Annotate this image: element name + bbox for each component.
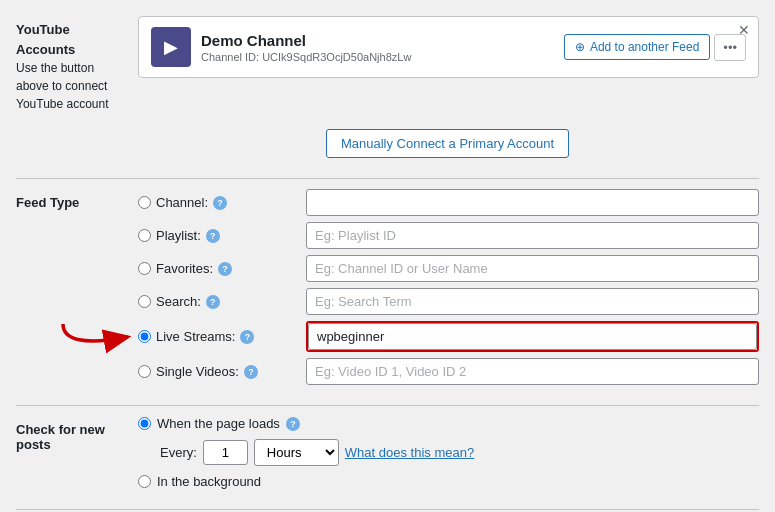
- every-label: Every:: [160, 445, 197, 460]
- search-help-icon[interactable]: ?: [206, 295, 220, 309]
- manual-connect-button[interactable]: Manually Connect a Primary Account: [326, 129, 569, 158]
- channel-option-label: Channel: ?: [138, 195, 298, 210]
- feed-type-content: Channel: ? Playlist: ? Favorites: ?: [138, 189, 759, 385]
- favorites-radio[interactable]: [138, 262, 151, 275]
- in-background-label[interactable]: In the background: [157, 474, 261, 489]
- when-page-loads-radio[interactable]: [138, 417, 151, 430]
- livestreams-radio[interactable]: [138, 330, 151, 343]
- in-background-row: In the background: [138, 474, 759, 489]
- account-card: ▶ Demo Channel Channel ID: UCIk9SqdR3Ocj…: [138, 16, 759, 78]
- singlevideos-label[interactable]: Single Videos:: [156, 364, 239, 379]
- divider-3: [16, 509, 759, 510]
- when-page-loads-row: When the page loads ?: [138, 416, 759, 431]
- playlist-label[interactable]: Playlist:: [156, 228, 201, 243]
- livestreams-input[interactable]: [308, 323, 757, 350]
- check-posts-content: When the page loads ? Every: Hours What …: [138, 416, 759, 489]
- feed-type-label: Feed Type: [16, 189, 126, 210]
- what-does-link[interactable]: What does this mean?: [345, 445, 474, 460]
- playlist-input[interactable]: [306, 222, 759, 249]
- close-button[interactable]: ✕: [738, 23, 750, 37]
- add-feed-label: Add to another Feed: [590, 40, 699, 54]
- search-input[interactable]: [306, 288, 759, 315]
- manual-connect-row: Manually Connect a Primary Account: [136, 129, 759, 158]
- channel-help-icon[interactable]: ?: [213, 196, 227, 210]
- channel-radio[interactable]: [138, 196, 151, 209]
- channel-input[interactable]: [306, 189, 759, 216]
- livestreams-label[interactable]: Live Streams:: [156, 329, 235, 344]
- add-icon: ⊕: [575, 40, 585, 54]
- every-row: Every: Hours What does this mean?: [160, 439, 759, 466]
- search-radio[interactable]: [138, 295, 151, 308]
- arrow-indicator: [58, 319, 138, 355]
- account-channel-id: Channel ID: UCIk9SqdR3OcjD50aNjh8zLw: [201, 51, 554, 63]
- favorites-input[interactable]: [306, 255, 759, 282]
- add-to-feed-button[interactable]: ⊕ Add to another Feed: [564, 34, 710, 60]
- favorites-help-icon[interactable]: ?: [218, 262, 232, 276]
- divider-2: [16, 405, 759, 406]
- livestreams-help-icon[interactable]: ?: [240, 330, 254, 344]
- account-thumbnail: ▶: [151, 27, 191, 67]
- account-info: Demo Channel Channel ID: UCIk9SqdR3OcjD5…: [201, 32, 554, 63]
- in-background-radio[interactable]: [138, 475, 151, 488]
- favorites-label[interactable]: Favorites:: [156, 261, 213, 276]
- sidebar-title: YouTube Accounts: [16, 20, 126, 59]
- livestreams-input-wrap: [306, 321, 759, 352]
- playlist-radio[interactable]: [138, 229, 151, 242]
- sidebar-desc: Use the button above to connect YouTube …: [16, 61, 109, 111]
- divider-1: [16, 178, 759, 179]
- singlevideos-radio[interactable]: [138, 365, 151, 378]
- playlist-help-icon[interactable]: ?: [206, 229, 220, 243]
- when-page-loads-label[interactable]: When the page loads: [157, 416, 280, 431]
- singlevideos-option-label: Single Videos: ?: [138, 364, 298, 379]
- when-page-loads-help-icon[interactable]: ?: [286, 417, 300, 431]
- singlevideos-help-icon[interactable]: ?: [244, 365, 258, 379]
- channel-label[interactable]: Channel:: [156, 195, 208, 210]
- feed-type-section: Feed Type Channel: ? Playlist: ?: [16, 189, 759, 385]
- check-posts-label: Check for new posts: [16, 416, 126, 452]
- account-actions: ⊕ Add to another Feed •••: [564, 34, 746, 61]
- hours-select[interactable]: Hours: [254, 439, 339, 466]
- favorites-option-label: Favorites: ?: [138, 261, 298, 276]
- search-option-label: Search: ?: [138, 294, 298, 309]
- check-posts-section: Check for new posts When the page loads …: [16, 416, 759, 489]
- singlevideos-input[interactable]: [306, 358, 759, 385]
- play-icon: ▶: [164, 36, 178, 58]
- playlist-option-label: Playlist: ?: [138, 228, 298, 243]
- search-label[interactable]: Search:: [156, 294, 201, 309]
- account-name: Demo Channel: [201, 32, 554, 49]
- livestreams-option-label: Live Streams: ?: [138, 329, 298, 344]
- every-value-input[interactable]: [203, 440, 248, 465]
- youtube-accounts-sidebar: YouTube Accounts Use the button above to…: [16, 16, 126, 113]
- feed-type-grid: Channel: ? Playlist: ? Favorites: ?: [138, 189, 759, 385]
